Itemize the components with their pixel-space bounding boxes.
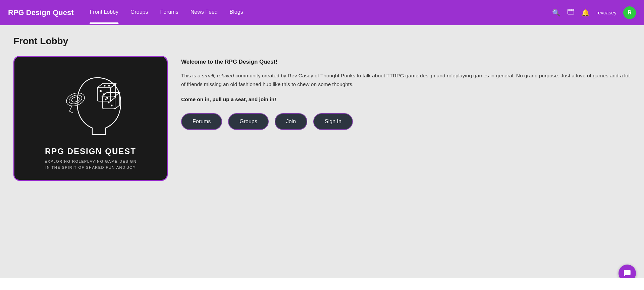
nav-link-groups[interactable]: Groups [130,9,148,16]
svg-line-4 [69,105,72,111]
logo-card-title: RPG DESIGN QUEST [45,147,136,156]
nav-link-blogs[interactable]: Blogs [230,9,243,16]
text-content: Welcome to the RPG Design Quest! This is… [181,56,631,130]
sign-in-button[interactable]: Sign In [313,113,353,130]
svg-point-13 [105,99,107,100]
svg-point-7 [100,90,102,92]
navbar: RPG Design Quest Front Lobby Groups Foru… [0,0,644,25]
nav-link-news-feed[interactable]: News Feed [191,9,218,16]
content-area: RPG DESIGN QUEST EXPLORING ROLEPLAYING G… [13,56,631,181]
logo-card-subtitle: EXPLORING ROLEPLAYING GAME DESIGN IN THE… [45,159,137,170]
nav-links: Front Lobby Groups Forums News Feed Blog… [90,9,552,16]
main-content: Front Lobby [0,25,644,290]
svg-line-5 [69,111,73,113]
nav-link-forums[interactable]: Forums [160,9,178,16]
groups-button[interactable]: Groups [228,113,268,130]
welcome-heading: Welcome to the RPG Design Quest! [181,59,631,65]
logo-card: RPG DESIGN QUEST EXPLORING ROLEPLAYING G… [13,56,168,181]
bell-icon[interactable]: 🔔 [581,9,590,17]
logo-illustration [50,68,131,141]
chat-icon [623,269,632,278]
svg-point-3 [71,96,80,103]
site-logo[interactable]: RPG Design Quest [8,8,74,17]
cta-text: Come on in, pull up a seat, and join in! [181,96,631,102]
svg-rect-0 [568,9,574,14]
svg-point-10 [104,85,106,87]
svg-point-14 [111,105,113,106]
nav-right-section: 🔍 🔔 revcasey R [552,6,636,19]
svg-point-9 [106,97,108,99]
search-icon[interactable]: 🔍 [552,9,560,17]
nav-link-front-lobby[interactable]: Front Lobby [90,9,118,16]
inbox-icon[interactable] [567,8,575,17]
svg-point-15 [108,102,110,103]
forums-button[interactable]: Forums [181,113,222,130]
bottom-bar [0,278,644,290]
user-avatar[interactable]: R [623,6,636,19]
welcome-body: This is a small, relaxed community creat… [181,71,631,89]
svg-point-11 [108,85,110,87]
action-buttons: Forums Groups Join Sign In [181,113,631,130]
svg-point-1 [65,91,87,108]
page-title: Front Lobby [13,36,631,47]
username-label[interactable]: revcasey [596,10,616,15]
join-button[interactable]: Join [275,113,307,130]
